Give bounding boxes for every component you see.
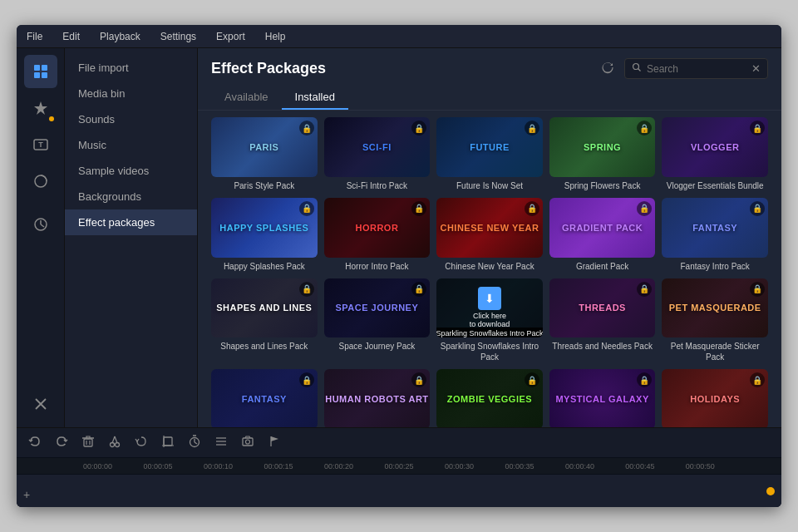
pack-label-vlogger: Vlogger Essentials Bundle — [667, 180, 764, 191]
download-overlay: ⬇ Click hereto download — [436, 278, 543, 338]
svg-point-10 — [633, 64, 639, 70]
pack-thumbnail-future: FUTURE 🔒 — [436, 117, 543, 177]
sidebar-item-sounds[interactable]: Sounds — [65, 106, 197, 132]
undo-button[interactable] — [27, 433, 43, 452]
pack-item-spring[interactable]: SPRING 🔒 Spring Flowers Pack — [549, 117, 656, 191]
pack-item-paris[interactable]: PARIS 🔒 Paris Style Pack — [211, 117, 318, 191]
menu-settings[interactable]: Settings — [157, 29, 200, 44]
svg-line-11 — [638, 69, 641, 71]
lock-icon: 🔒 — [750, 121, 765, 135]
pack-thumbnail-fantasy: FANTASY 🔒 — [662, 198, 768, 258]
pack-thumbnail-shapes: SHAPES AND LINES 🔒 — [211, 278, 318, 338]
sidebar-icon-tools[interactable] — [24, 387, 57, 421]
sidebar-icon-transition[interactable] — [24, 165, 57, 198]
sidebar-icon-clock[interactable] — [24, 208, 57, 241]
pack-thumbnail-mystical: MYSTICAL GALAXY 🔒 — [549, 369, 656, 427]
menu-edit[interactable]: Edit — [59, 29, 83, 44]
lock-icon: 🔒 — [525, 121, 539, 135]
pack-label-space: Space Journey Pack — [339, 341, 416, 352]
tab-available[interactable]: Available — [211, 86, 282, 110]
sidebar-item-sample-videos[interactable]: Sample videos — [65, 158, 197, 184]
sidebar-icon-title[interactable]: T — [24, 128, 57, 161]
svg-line-9 — [41, 224, 44, 227]
tabs-bar: Available Installed — [198, 86, 781, 111]
ruler-marks: 00:00:00 00:00:05 00:00:10 00:00:15 00:0… — [83, 462, 715, 470]
pack-item-shapes[interactable]: SHAPES AND LINES 🔒 Shapes and Lines Pack — [211, 278, 318, 363]
ruler-mark-2: 00:00:10 — [204, 462, 233, 470]
lock-icon: 🔒 — [299, 121, 314, 135]
pack-item-horror[interactable]: HORROR 🔒 Horror Intro Pack — [324, 198, 431, 272]
pack-item-scifi[interactable]: SCI-FI 🔒 Sci-Fi Intro Pack — [324, 117, 431, 191]
sidebar-icon-media[interactable] — [24, 55, 57, 88]
pack-item-chinese[interactable]: CHINESE NEW YEAR 🔒 Chinese New Year Pack — [436, 198, 543, 272]
pack-thumbnail-space: SPACE JOURNEY 🔒 — [324, 278, 431, 338]
refresh-button[interactable] — [601, 61, 614, 77]
pack-item-mystical[interactable]: MYSTICAL GALAXY 🔒 Mystical Galaxy Pack — [549, 369, 656, 427]
crop-button[interactable] — [160, 433, 176, 452]
sidebar-icon-effects[interactable] — [24, 91, 57, 125]
snapshot-button[interactable] — [239, 433, 256, 452]
delete-button[interactable] — [80, 433, 96, 452]
pack-thumbnail-human-robots: HUMAN ROBOTS ART 🔒 — [324, 369, 431, 427]
sidebar-item-music[interactable]: Music — [65, 132, 197, 158]
redo-button[interactable] — [53, 433, 70, 452]
timeline-area: 00:00:00 00:00:05 00:00:10 00:00:15 00:0… — [17, 457, 781, 507]
lock-icon: 🔒 — [299, 282, 314, 297]
sidebar-item-media-bin[interactable]: Media bin — [65, 81, 197, 106]
menu-playback[interactable]: Playback — [96, 29, 144, 44]
lock-icon: 🔒 — [299, 201, 314, 216]
pack-item-space[interactable]: SPACE JOURNEY 🔒 Space Journey Pack — [324, 278, 431, 363]
add-track-button[interactable]: + — [23, 488, 30, 501]
pack-item-fantasy[interactable]: FANTASY 🔒 Fantasy Intro Pack — [662, 198, 768, 272]
ruler-mark-8: 00:00:40 — [565, 462, 594, 470]
pack-label-chinese: Chinese New Year Pack — [445, 261, 534, 272]
rotate-button[interactable] — [133, 433, 150, 452]
pack-thumbnail-holidays: HOLIDAYS 🔒 — [662, 369, 768, 427]
svg-rect-2 — [34, 72, 40, 78]
pack-item-snowflakes[interactable]: ⬇ Click hereto download Sparkling Snowfl… — [436, 278, 543, 363]
svg-rect-12 — [84, 439, 92, 446]
pack-label-scifi: Sci-Fi Intro Pack — [347, 180, 407, 191]
search-input[interactable] — [647, 63, 746, 75]
playhead-indicator — [766, 487, 775, 495]
pack-item-vlogger[interactable]: VLOGGER 🔒 Vlogger Essentials Bundle — [662, 117, 768, 191]
pack-thumbnail-chinese: CHINESE NEW YEAR 🔒 — [436, 198, 543, 258]
download-label: Click hereto download — [470, 312, 510, 328]
sidebar-item-file-import[interactable]: File import — [65, 55, 197, 81]
pack-grid-container: PARIS 🔒 Paris Style Pack SCI-FI 🔒 Sci-Fi… — [198, 111, 781, 427]
lock-icon: 🔒 — [411, 201, 426, 216]
menu-help[interactable]: Help — [262, 29, 289, 44]
flag-button[interactable] — [266, 433, 283, 452]
svg-point-31 — [246, 440, 250, 444]
menu-export[interactable]: Export — [213, 29, 249, 44]
pack-item-splashes[interactable]: HAPPY SPLASHES 🔒 Happy Splashes Pack — [211, 198, 318, 272]
pack-item-masquerade[interactable]: PET MASQUERADE 🔒 Pet Masquerade Sticker … — [662, 278, 768, 363]
icon-sidebar: T — [17, 48, 65, 427]
layers-button[interactable] — [213, 433, 229, 452]
pack-item-fantasy-sound[interactable]: FANTASY 🔒 Fantasy Sound Pack — [211, 369, 318, 427]
ruler-mark-4: 00:00:20 — [324, 462, 353, 470]
sidebar-item-effect-packages[interactable]: Effect packages — [65, 209, 197, 235]
pack-item-future[interactable]: FUTURE 🔒 Future Is Now Set — [436, 117, 543, 191]
sidebar-item-backgrounds[interactable]: Backgrounds — [65, 184, 197, 209]
lock-icon: 🔒 — [525, 372, 539, 387]
search-clear-icon[interactable]: ✕ — [751, 62, 761, 75]
svg-text:T: T — [38, 140, 43, 149]
main-layout: T File import Media bin Sounds Music Sam… — [17, 48, 781, 427]
pack-item-holidays[interactable]: HOLIDAYS 🔒 Holidays Set — [662, 369, 768, 427]
timer-button[interactable] — [186, 433, 203, 452]
pack-item-threads[interactable]: THREADS 🔒 Threads and Needles Pack — [549, 278, 656, 363]
ruler-mark-5: 00:00:25 — [384, 462, 413, 470]
download-button[interactable]: ⬇ — [478, 287, 501, 310]
tab-installed[interactable]: Installed — [282, 86, 348, 110]
menu-file[interactable]: File — [23, 29, 46, 44]
pack-thumbnail-horror: HORROR 🔒 — [324, 198, 431, 258]
pack-label-masquerade: Pet Masquerade Sticker Pack — [662, 341, 768, 362]
cut-button[interactable] — [106, 433, 123, 452]
ruler-mark-9: 00:00:45 — [625, 462, 654, 470]
pack-item-human-robots[interactable]: HUMAN ROBOTS ART 🔒 Human, Robots, Art... — [324, 369, 431, 427]
pack-item-zombie[interactable]: ZOMBIE VEGGIES 🔒 Zombie Veggies Pack — [436, 369, 543, 427]
ruler-mark-7: 00:00:35 — [505, 462, 534, 470]
pack-item-gradient[interactable]: Gradient Pack 🔒 Gradient Pack — [549, 198, 656, 272]
pack-label-paris: Paris Style Pack — [234, 180, 294, 191]
